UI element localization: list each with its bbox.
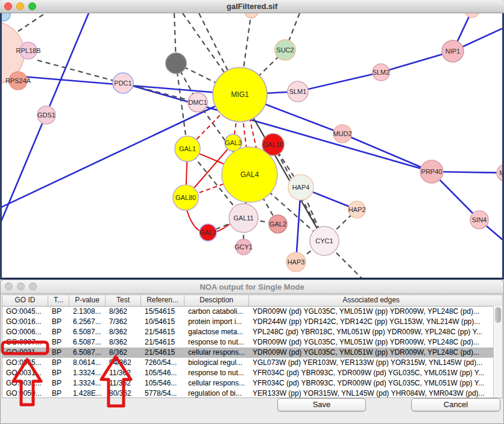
node-label: GAL7	[200, 229, 216, 236]
table-row[interactable]: GO:0031...BP6.5087...8/36221/54615cellul…	[2, 348, 502, 358]
column-header[interactable]: Desciption	[184, 295, 249, 306]
cell: BP	[48, 327, 69, 337]
node-label: MSI	[499, 169, 502, 176]
node-label: GAL1	[179, 145, 196, 152]
node-label: HAP4	[292, 184, 310, 191]
node-blue-cut[interactable]	[2, 13, 10, 21]
cell: 8.0614...	[69, 358, 106, 368]
cell: 7260/54...	[141, 358, 184, 368]
node-label: GAL10	[263, 141, 283, 148]
scrollbar-thumb[interactable]	[495, 307, 501, 323]
node-label: PRP40	[421, 168, 443, 175]
table-row[interactable]: GO:0050...BP1.428E...80/3625778/54...reg…	[2, 388, 502, 399]
cell: 7/362	[106, 317, 141, 327]
node-label: DMC1	[188, 99, 207, 106]
cell: 105/546...	[141, 368, 184, 378]
node-label: SLM2	[373, 69, 390, 76]
screen: galFiltered.sif RPL18BRPS24AGDS1PDC1DMC1…	[0, 0, 504, 424]
cell: response to nut...	[184, 368, 249, 378]
node-peach-cut-b[interactable]	[465, 13, 479, 17]
column-header[interactable]: P-value	[69, 295, 106, 306]
node-label: SIN4	[472, 216, 487, 223]
cell: 80/362	[106, 388, 141, 399]
cell: biological regul...	[184, 358, 249, 368]
cell: GO:0031...	[2, 368, 48, 378]
cell: 1.3324...	[69, 378, 106, 388]
cell: 105/546...	[141, 378, 184, 388]
cell: YDR244W (pp) YDR142C, YDR142C (pp) YGL15…	[249, 317, 493, 327]
node-gray-unlabeled[interactable]	[166, 53, 186, 73]
results-table: GO IDT...P-valueTestReferen...Desciption…	[2, 295, 503, 398]
cell: YFR034C (pd) YBR093C, YDR009W (pd) YGL03…	[249, 368, 493, 378]
table-row[interactable]: GO:0006...BP6.5087...8/36221/54615galact…	[2, 327, 502, 337]
cell: 8/362	[106, 307, 141, 317]
node-label: GCY1	[235, 243, 253, 251]
cell: 8/362	[106, 327, 141, 337]
cell: GO:0006...	[2, 327, 48, 337]
cell: 21/54615	[141, 327, 184, 337]
node-label: CYC1	[315, 237, 333, 245]
table-row[interactable]: GO:0065...BP8.0614...94/3627260/54...bio…	[2, 358, 502, 368]
column-header[interactable]: Associated edges	[249, 295, 493, 306]
cell: BP	[48, 378, 69, 388]
node-label: GDS1	[37, 111, 55, 119]
cell: 8/362	[106, 337, 141, 348]
cell: protein import i...	[184, 317, 249, 327]
edge-blue	[342, 134, 432, 172]
network-graph: RPL18BRPS24AGDS1PDC1DMC1MIG1SUC2SLM1SLM2…	[2, 13, 502, 278]
column-header[interactable]: T...	[48, 295, 69, 306]
cell: BP	[48, 348, 69, 358]
cell: GO:0031...	[2, 378, 48, 388]
column-header[interactable]: GO ID	[2, 295, 48, 306]
table-row[interactable]: GO:0007...BP6.5087...8/36221/54615respon…	[2, 337, 502, 348]
node-label: HAP2	[348, 206, 366, 213]
cancel-button[interactable]: Cancel	[411, 398, 500, 411]
node-label: MIG1	[231, 90, 249, 99]
noa-window: NOA output for Single Mode GO IDT...P-va…	[0, 279, 504, 424]
node-label: PDC1	[114, 80, 131, 87]
network-canvas[interactable]: RPL18BRPS24AGDS1PDC1DMC1MIG1SUC2SLM1SLM2…	[0, 13, 504, 279]
node-label: GAL3	[225, 139, 242, 146]
cell: 6.5087...	[69, 348, 106, 358]
cell: BP	[48, 307, 69, 317]
cell: BP	[48, 317, 69, 327]
cell: GO:0031...	[2, 348, 48, 358]
cell: 21/54615	[141, 337, 184, 348]
noa-window-titlebar: NOA output for Single Mode	[1, 280, 503, 294]
node-label: RPS24A	[5, 77, 31, 84]
cell: 8/362	[106, 348, 141, 358]
cell: YER133W (pp) YOR315W, YNL145W (pd) YHR08…	[249, 388, 493, 399]
cell: YDR009W (pd) YGL035C, YML051W (pp) YDR00…	[249, 307, 493, 317]
table-row[interactable]: GO:0045...BP2.1308...8/36215/54615carbon…	[2, 307, 502, 317]
edge-blue	[298, 72, 381, 92]
column-header[interactable]: Referen...	[141, 295, 184, 306]
graph-window-title: galFiltered.sif	[0, 2, 504, 11]
cell: 11/362	[106, 368, 141, 378]
node-label: GAL4	[241, 170, 259, 179]
cell: 94/362	[106, 358, 141, 368]
cell: GO:0016...	[2, 317, 48, 327]
cell: regulation of bi...	[184, 388, 249, 399]
vertical-scrollbar[interactable]	[493, 306, 502, 398]
save-button[interactable]: Save	[277, 398, 366, 411]
cell: BP	[48, 388, 69, 399]
node-label: GAL80	[175, 194, 196, 201]
node-label: NIP1	[446, 48, 460, 55]
node-peach-cut-a[interactable]	[245, 13, 258, 18]
table-row[interactable]: GO:0031...BP1.3324...11/362105/546...res…	[2, 368, 502, 378]
column-header[interactable]: Test	[106, 295, 141, 306]
table-row[interactable]: GO:0031...BP1.3324...11/362105/546...cel…	[2, 378, 502, 388]
edge-dash	[123, 83, 198, 102]
cell: YPL248C (pd) YBR018C, YML051W (pp) YDR00…	[249, 327, 493, 337]
cell: carbon cataboli...	[184, 307, 249, 317]
node-label: HAP3	[288, 258, 305, 266]
cell: YFR034C (pd) YBR093C, YDR009W (pd) YGL03…	[249, 378, 493, 388]
noa-window-title: NOA output for Single Mode	[1, 282, 503, 292]
edge-dash	[37, 60, 123, 83]
cell: galactose meta...	[184, 327, 249, 337]
node-label: RPL18B	[16, 47, 41, 54]
cell: cellular respons...	[184, 348, 249, 358]
edge-dash	[18, 13, 45, 31]
cell: 1.3324...	[69, 368, 106, 378]
table-row[interactable]: GO:0016...BP6.2567...7/36210/54615protei…	[2, 317, 502, 327]
